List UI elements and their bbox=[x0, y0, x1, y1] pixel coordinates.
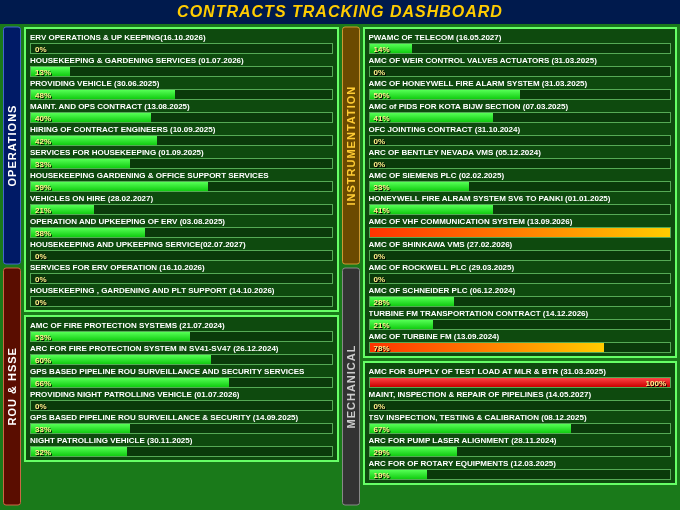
progress-label: 14% bbox=[374, 44, 390, 54]
progress-track: 38% bbox=[30, 227, 333, 238]
progress-track: 33% bbox=[369, 181, 672, 192]
contract-title: ARC OF BENTLEY NEVADA VMS (05.12.2024) bbox=[369, 147, 672, 158]
progress-label: 41% bbox=[374, 205, 390, 215]
progress-track: 21% bbox=[369, 319, 672, 330]
contract-row: AMC OF SCHNEIDER PLC (06.12.2024)28% bbox=[369, 285, 672, 307]
contract-row: SERVICES FOR ERV OPERATION (16.10.2026)0… bbox=[30, 262, 333, 284]
progress-track: 0% bbox=[369, 66, 672, 77]
contract-title: HOUSEKEEPING , GARDENING AND PLT SUPPORT… bbox=[30, 285, 333, 296]
contract-row: OFC JOINTING CONTRACT (31.10.2024)0% bbox=[369, 124, 672, 146]
contract-title: AMC FOR SUPPLY OF TEST LOAD AT MLR & BTR… bbox=[369, 366, 672, 377]
contract-title: PROVIDING VEHICLE (30.06.2025) bbox=[30, 78, 333, 89]
contract-title: ARC FOR PUMP LASER ALIGNMENT (28.11.2024… bbox=[369, 435, 672, 446]
progress-label: 53% bbox=[35, 332, 51, 342]
contract-row: AMC OF VHF COMMUNICATION SYSTEM (13.09.2… bbox=[369, 216, 672, 238]
progress-track: 66% bbox=[30, 377, 333, 388]
contract-row: HOUSEKEEPING , GARDENING AND PLT SUPPORT… bbox=[30, 285, 333, 307]
progress-track: 0% bbox=[30, 43, 333, 54]
contract-row: TSV INSPECTION, TESTING & CALIBRATION (0… bbox=[369, 412, 672, 434]
contract-title: AMC OF ROCKWELL PLC (29.03.2025) bbox=[369, 262, 672, 273]
contract-title: SERVICES FOR ERV OPERATION (16.10.2026) bbox=[30, 262, 333, 273]
progress-label: 0% bbox=[374, 401, 386, 411]
progress-label: 33% bbox=[35, 424, 51, 434]
progress-track: 14% bbox=[369, 43, 672, 54]
progress-track: 59% bbox=[30, 181, 333, 192]
progress-track: 21% bbox=[30, 204, 333, 215]
contract-title: OFC JOINTING CONTRACT (31.10.2024) bbox=[369, 124, 672, 135]
progress-label: 0% bbox=[35, 44, 47, 54]
progress-label: 0% bbox=[35, 401, 47, 411]
progress-fill bbox=[31, 90, 175, 99]
progress-label: 41% bbox=[374, 113, 390, 123]
progress-track: 19% bbox=[369, 469, 672, 480]
progress-fill bbox=[31, 182, 208, 191]
progress-label: 66% bbox=[35, 378, 51, 388]
contract-row: AMC OF ROCKWELL PLC (29.03.2025)0% bbox=[369, 262, 672, 284]
tab-mechanical[interactable]: MECHANICAL bbox=[342, 268, 360, 506]
progress-track: 28% bbox=[369, 296, 672, 307]
progress-label: 29% bbox=[374, 447, 390, 457]
block-mechanical: AMC FOR SUPPLY OF TEST LOAD AT MLR & BTR… bbox=[363, 361, 678, 485]
contract-title: OPERATION AND UPKEEPING OF ERV (03.08.20… bbox=[30, 216, 333, 227]
contract-row: OPERATION AND UPKEEPING OF ERV (03.08.20… bbox=[30, 216, 333, 238]
progress-track: 0% bbox=[30, 400, 333, 411]
progress-label: 21% bbox=[374, 320, 390, 330]
progress-fill bbox=[31, 378, 229, 387]
contract-row: MAINT, INSPECTION & REPAIR OF PIPELINES … bbox=[369, 389, 672, 411]
progress-label: 0% bbox=[374, 67, 386, 77]
progress-label: 0% bbox=[374, 274, 386, 284]
contract-title: GPS BASED PIPELINE ROU SURVEILLANCE AND … bbox=[30, 366, 333, 377]
contract-row: HOUSEKEEPING & GARDENING SERVICES (01.07… bbox=[30, 55, 333, 77]
progress-track: 41% bbox=[369, 112, 672, 123]
progress-label: 32% bbox=[35, 447, 51, 457]
progress-track: 67% bbox=[369, 423, 672, 434]
contract-title: AMC OF WEIR CONTROL VALVES ACTUATORS (31… bbox=[369, 55, 672, 66]
progress-track: 0% bbox=[369, 250, 672, 261]
progress-fill bbox=[370, 228, 671, 237]
progress-label: 33% bbox=[35, 159, 51, 169]
progress-track: 0% bbox=[369, 273, 672, 284]
contract-title: GPS BASED PIPELINE ROU SURVEILLANCE & SE… bbox=[30, 412, 333, 423]
contract-title: TSV INSPECTION, TESTING & CALIBRATION (0… bbox=[369, 412, 672, 423]
tab-rou-hsse[interactable]: ROU & HSSE bbox=[3, 268, 21, 506]
contract-title: PWAMC OF TELECOM (16.05.2027) bbox=[369, 32, 672, 43]
contract-title: AMC OF VHF COMMUNICATION SYSTEM (13.09.2… bbox=[369, 216, 672, 227]
tab-instrumentation[interactable]: INSTRUMENTATION bbox=[342, 27, 360, 265]
contract-row: ARC FOR FIRE PROTECTION SYSTEM IN SV41-S… bbox=[30, 343, 333, 365]
progress-track: 50% bbox=[369, 89, 672, 100]
block-instrumentation: PWAMC OF TELECOM (16.05.2027)14%AMC OF W… bbox=[363, 27, 678, 358]
block-rou-hsse: AMC OF FIRE PROTECTION SYSTEMS (21.07.20… bbox=[24, 315, 339, 462]
contract-title: HIRING OF CONTRACT ENGINEERS (10.09.2025… bbox=[30, 124, 333, 135]
progress-fill bbox=[370, 424, 571, 433]
progress-track: 100% bbox=[369, 377, 672, 388]
contract-row: GPS BASED PIPELINE ROU SURVEILLANCE & SE… bbox=[30, 412, 333, 434]
progress-label: 13% bbox=[35, 67, 51, 77]
progress-label: 0% bbox=[374, 251, 386, 261]
contract-row: ARC FOR PUMP LASER ALIGNMENT (28.11.2024… bbox=[369, 435, 672, 457]
progress-label: 0% bbox=[35, 297, 47, 307]
contract-row: AMC OF TURBINE FM (13.09.2024)78% bbox=[369, 331, 672, 353]
contract-row: AMC of PIDS FOR KOTA BIJW SECTION (07.03… bbox=[369, 101, 672, 123]
contract-title: MAINT. AND OPS CONTRACT (13.08.2025) bbox=[30, 101, 333, 112]
contract-row: NIGHT PATROLLING VEHICLE (30.11.2025)32% bbox=[30, 435, 333, 457]
contract-title: HOUSEKEEPING GARDENING & OFFICE SUPPORT … bbox=[30, 170, 333, 181]
left-column: ERV OPERATIONS & UP KEEPING(16.10.2026)0… bbox=[24, 27, 339, 505]
contract-title: AMC OF SIEMENS PLC (02.02.2025) bbox=[369, 170, 672, 181]
progress-track: 42% bbox=[30, 135, 333, 146]
progress-track: 53% bbox=[30, 331, 333, 342]
progress-track: 0% bbox=[30, 250, 333, 261]
contract-row: PWAMC OF TELECOM (16.05.2027)14% bbox=[369, 32, 672, 54]
contract-row: AMC OF SIEMENS PLC (02.02.2025)33% bbox=[369, 170, 672, 192]
contract-title: AMC OF HONEYWELL FIRE ALARM SYSTEM (31.0… bbox=[369, 78, 672, 89]
progress-label: 33% bbox=[374, 182, 390, 192]
block-operations: ERV OPERATIONS & UP KEEPING(16.10.2026)0… bbox=[24, 27, 339, 312]
contract-title: HOUSEKEEPING & GARDENING SERVICES (01.07… bbox=[30, 55, 333, 66]
contract-row: AMC OF HONEYWELL FIRE ALARM SYSTEM (31.0… bbox=[369, 78, 672, 100]
right-column: PWAMC OF TELECOM (16.05.2027)14%AMC OF W… bbox=[363, 27, 678, 505]
tab-operations[interactable]: OPERATIONS bbox=[3, 27, 21, 265]
progress-track: 40% bbox=[30, 112, 333, 123]
contract-title: ARC FOR FIRE PROTECTION SYSTEM IN SV41-S… bbox=[30, 343, 333, 354]
contract-title: ERV OPERATIONS & UP KEEPING(16.10.2026) bbox=[30, 32, 333, 43]
contract-title: MAINT, INSPECTION & REPAIR OF PIPELINES … bbox=[369, 389, 672, 400]
contract-row: AMC OF SHINKAWA VMS (27.02.2026)0% bbox=[369, 239, 672, 261]
